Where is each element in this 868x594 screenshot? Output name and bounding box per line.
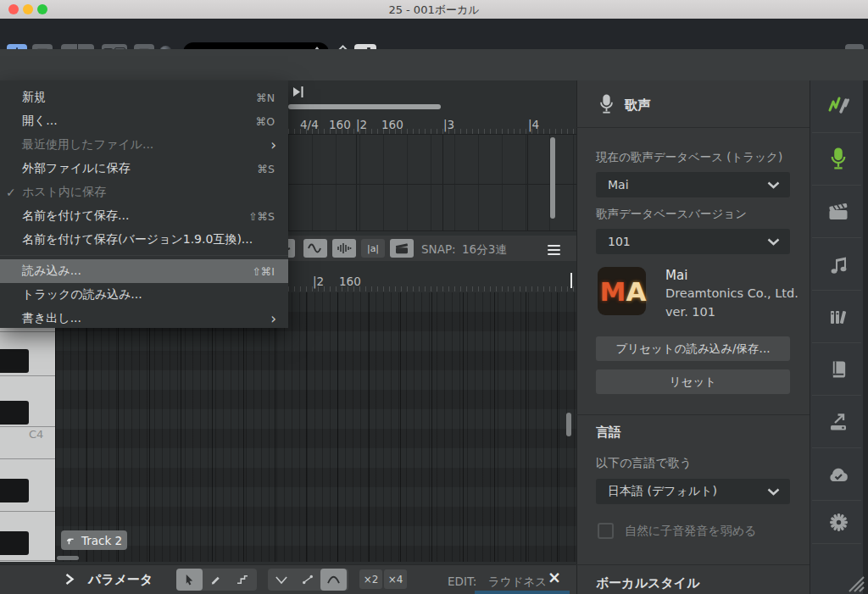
black-key[interactable] bbox=[0, 531, 29, 555]
arrange-vscrollbar[interactable] bbox=[550, 137, 555, 219]
panel-divider bbox=[576, 127, 810, 128]
close-parameter-button[interactable]: × bbox=[548, 568, 561, 586]
panel-divider bbox=[576, 414, 810, 415]
chevron-down-icon bbox=[767, 181, 780, 189]
sidebar-settings-tab[interactable] bbox=[826, 510, 850, 534]
pianoroll-menu-button[interactable] bbox=[548, 242, 560, 258]
track-chip[interactable]: Track 2 bbox=[61, 530, 127, 550]
app-window: 25 - 001ボーカル R W A B ファイル 編集 bbox=[0, 0, 868, 594]
menu-item-save-in-host: ✓ ホスト内に保存 bbox=[0, 180, 288, 204]
arrange-hscrollbar[interactable] bbox=[288, 104, 441, 109]
voice-logo-m: M bbox=[600, 276, 624, 307]
menu-item-save-external[interactable]: 外部ファイルに保存 ⌘S bbox=[0, 157, 288, 180]
voice-logo: M A bbox=[598, 267, 646, 315]
pianoroll-grid[interactable] bbox=[55, 292, 576, 562]
menu-item-open[interactable]: 開く... ⌘O bbox=[0, 109, 288, 133]
sidebar-voice-tab[interactable] bbox=[826, 147, 850, 170]
voice-logo-a: A bbox=[626, 276, 643, 307]
phoneme-tool-button[interactable]: |a| bbox=[361, 239, 385, 258]
sine-wave-icon bbox=[308, 242, 323, 254]
sidebar-library-tab[interactable] bbox=[826, 305, 850, 329]
pianoroll-hscrollbar[interactable] bbox=[57, 556, 79, 560]
voice-version-select[interactable]: 101 bbox=[596, 229, 790, 254]
titlebar: 25 - 001ボーカル bbox=[0, 0, 868, 19]
file-menu-dropdown: 新規 ⌘N 開く... ⌘O 最近使用したファイル... › 外部ファイルに保存… bbox=[0, 80, 288, 328]
menu-item-new[interactable]: 新規 ⌘N bbox=[0, 86, 288, 109]
voice-db-label: 現在の歌声データベース (トラック) bbox=[596, 150, 782, 165]
x4-button[interactable]: ×4 bbox=[384, 569, 407, 589]
black-key[interactable] bbox=[0, 401, 29, 425]
voice-db-select[interactable]: Mai bbox=[596, 172, 790, 197]
step-tool-button[interactable] bbox=[229, 569, 255, 591]
clapperboard-icon bbox=[394, 242, 409, 254]
snap-value[interactable]: 16分3連 bbox=[462, 242, 507, 258]
vibrato-tool-button[interactable] bbox=[332, 239, 356, 258]
resize-handle[interactable] bbox=[841, 570, 865, 594]
menu-item-export[interactable]: 書き出し... › bbox=[0, 307, 288, 330]
sidebar-render-tab[interactable] bbox=[826, 410, 850, 434]
shortcut: ⌘O bbox=[256, 115, 275, 128]
panel-divider bbox=[576, 564, 810, 565]
playhead-marker-icon[interactable] bbox=[292, 85, 304, 95]
v-shape-icon bbox=[275, 575, 287, 585]
sidebar-edge bbox=[863, 80, 868, 594]
voice-version-value: 101 bbox=[608, 235, 631, 248]
menu-item-recent-files: 最近使用したファイル... › bbox=[0, 133, 288, 157]
weaken-consonant-label: 自然に子音発音を弱める bbox=[625, 524, 756, 539]
pr-playhead-tick bbox=[570, 273, 572, 288]
sidebar-takes-tab[interactable] bbox=[826, 200, 850, 224]
window-title: 25 - 001ボーカル bbox=[0, 3, 868, 18]
sidebar-manual-tab[interactable] bbox=[826, 358, 850, 381]
voice-version: ver. 101 bbox=[665, 305, 715, 319]
language-select[interactable]: 日本語 (デフォルト) bbox=[596, 479, 790, 504]
chevron-down-icon bbox=[767, 238, 780, 246]
sidebar-cloud-tab[interactable] bbox=[826, 463, 850, 486]
book-icon bbox=[829, 359, 849, 380]
export-icon bbox=[828, 412, 849, 432]
black-key[interactable] bbox=[0, 349, 29, 373]
x2-button[interactable]: ×2 bbox=[359, 569, 382, 589]
menu-item-import-track[interactable]: トラックの読み込み... bbox=[0, 283, 288, 307]
weaken-consonant-checkbox[interactable] bbox=[598, 523, 614, 539]
take-tool-button[interactable] bbox=[390, 239, 414, 258]
microphone-icon bbox=[829, 147, 848, 170]
sidebar-app-logo[interactable] bbox=[826, 94, 850, 118]
parameters-collapse-button[interactable] bbox=[64, 573, 75, 589]
edit-value[interactable]: ラウドネス bbox=[488, 575, 547, 590]
menu-separator bbox=[0, 255, 288, 256]
pencil-tool-button[interactable] bbox=[203, 569, 229, 591]
bar-line bbox=[442, 135, 443, 230]
menu-item-import[interactable]: 読み込み... ⇧⌘I bbox=[0, 259, 288, 283]
submenu-arrow-icon: › bbox=[270, 312, 276, 326]
preset-load-save-button[interactable]: プリセットの読み込み/保存... bbox=[596, 336, 790, 361]
shortcut: ⌘S bbox=[258, 163, 275, 175]
sidebar-notes-tab[interactable] bbox=[826, 253, 850, 276]
edit-label: EDIT: bbox=[448, 575, 476, 588]
pr-ruler-ticks bbox=[288, 286, 576, 291]
voice-version-label: 歌声データベースバージョン bbox=[596, 207, 747, 222]
piano-keyboard[interactable]: C4 bbox=[0, 292, 55, 562]
menubar: ファイル 編集 表示 修正 自動処理 プロジェクト トランスポート スクリプト … bbox=[0, 49, 868, 80]
curve-shape-button[interactable] bbox=[320, 569, 347, 591]
v-shape-button[interactable] bbox=[268, 569, 294, 591]
arrange-grid[interactable] bbox=[288, 135, 576, 230]
jump-arrow-icon bbox=[66, 536, 76, 546]
pianoroll-vscrollbar[interactable] bbox=[566, 413, 571, 436]
select-tool-button[interactable] bbox=[176, 569, 203, 591]
voice-panel-title: 歌声 bbox=[625, 97, 651, 114]
line-shape-button[interactable] bbox=[294, 569, 320, 591]
reset-button[interactable]: リセット bbox=[596, 369, 790, 394]
menu-item-save-as-compat[interactable]: 名前を付けて保存(バージョン1.9.0互換)... bbox=[0, 228, 288, 252]
line-points-icon bbox=[302, 575, 314, 585]
black-key[interactable] bbox=[0, 479, 29, 502]
sine-tool-button[interactable] bbox=[303, 239, 327, 258]
menu-item-save-as[interactable]: 名前を付けて保存... ⇧⌘S bbox=[0, 204, 288, 228]
track-divider bbox=[288, 184, 576, 185]
snap-label: SNAP: bbox=[421, 242, 456, 256]
vocal-style-header: ボーカルスタイル bbox=[596, 575, 699, 591]
language-label: 以下の言語で歌う bbox=[596, 456, 692, 471]
voice-vendor: Dreamtonics Co., Ltd. bbox=[665, 286, 798, 300]
waveform-icon bbox=[337, 242, 352, 254]
synthv-logo-icon bbox=[826, 94, 850, 118]
voice-db-value: Mai bbox=[608, 178, 629, 192]
